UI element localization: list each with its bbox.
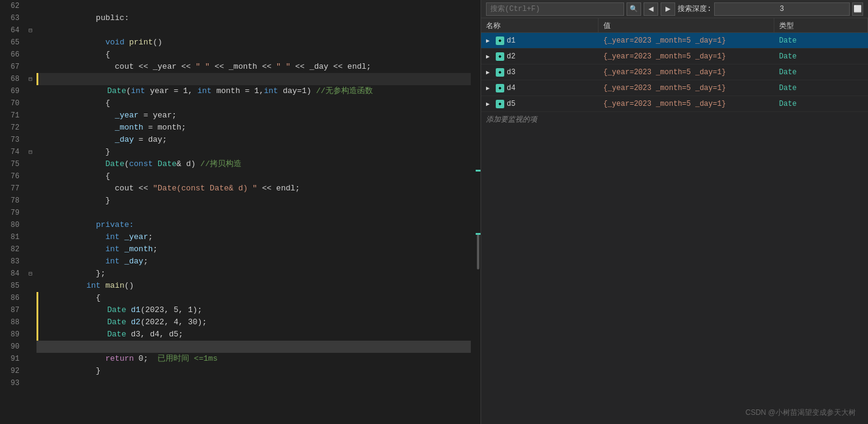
- code-line-66: cout << _year << " " << _month << " " <<…: [36, 49, 471, 61]
- watch-type-icon-d4: ◆: [496, 84, 504, 92]
- code-line-74: Date(const Date& d) //拷贝构造: [36, 146, 471, 158]
- code-line-92: [36, 365, 471, 377]
- code-line-72: _day = day;: [36, 122, 471, 134]
- expand-arrow-d1[interactable]: ▶: [486, 37, 493, 44]
- watch-name-d2: ▶ ◆ d2: [481, 49, 599, 64]
- fold-button[interactable]: ⊟: [29, 149, 32, 156]
- scrollbar-thumb[interactable]: [477, 233, 479, 269]
- col-name-header: 名称: [481, 18, 599, 33]
- watch-type-d1: Date: [774, 33, 868, 48]
- code-line-87: Date d2(2022, 4, 30);: [36, 304, 471, 316]
- watch-type-d5: Date: [774, 96, 868, 111]
- code-line-77: }: [36, 182, 471, 195]
- watch-name-d1: ▶ ◆ d1: [481, 33, 599, 48]
- code-line-67: }: [36, 61, 471, 73]
- minimap-indicator: [476, 233, 481, 235]
- code-line-89: d5 = d4 = d3 = d2 = d1;: [36, 328, 471, 341]
- watch-search-input[interactable]: [486, 2, 624, 16]
- watch-name-d5: ▶ ◆ d5: [481, 96, 599, 111]
- watch-row-d4[interactable]: ▶ ◆ d4 {_year=2023 _month=5 _day=1} Date: [481, 80, 868, 96]
- watch-value-d2: {_year=2023 _month=5 _day=1}: [599, 49, 774, 64]
- code-line-91: }: [36, 353, 471, 365]
- code-line-62: public:: [36, 0, 471, 12]
- fold-button[interactable]: ⊟: [29, 271, 32, 277]
- col-value-header: 值: [599, 18, 774, 33]
- watch-row-d3[interactable]: ▶ ◆ d3 {_year=2023 _month=5 _day=1} Date: [481, 64, 868, 80]
- code-line-85: {: [36, 280, 471, 292]
- watch-type-d4: Date: [774, 80, 868, 96]
- watch-expand-button[interactable]: ⬜: [852, 2, 863, 16]
- watch-value-d4: {_year=2023 _month=5 _day=1}: [599, 80, 774, 96]
- code-line-71: _month = month;: [36, 109, 471, 122]
- search-depth-label: 搜索深度:: [678, 4, 711, 14]
- watch-name-d3: ▶ ◆ d3: [481, 64, 599, 80]
- watch-name-d4: ▶ ◆ d4: [481, 80, 599, 96]
- watch-header: 🔍 ◀ ▶ 搜索深度: ⬜: [481, 0, 868, 18]
- code-line-90: return 0; 已用时间 <=1ms: [36, 341, 471, 353]
- watch-next-button[interactable]: ▶: [661, 2, 675, 16]
- expand-arrow-d3[interactable]: ▶: [486, 69, 493, 76]
- code-line-75: {: [36, 158, 471, 170]
- watch-type-icon-d1: ◆: [496, 36, 504, 45]
- code-line-86: Date d1(2023, 5, 1);: [36, 292, 471, 304]
- code-line-73: }: [36, 134, 471, 146]
- watch-value-d3: {_year=2023 _month=5 _day=1}: [599, 64, 774, 80]
- watch-value-d1: {_year=2023 _month=5 _day=1}: [599, 33, 774, 48]
- watch-type-d2: Date: [774, 49, 868, 64]
- code-line-63: [36, 12, 471, 24]
- code-line-64: void print(): [36, 24, 471, 36]
- code-editor: 62 63 64 65 66 67 68 69 70 71 72 73 74 7…: [0, 0, 481, 424]
- code-line-84: int main(): [36, 268, 471, 280]
- code-line-69: {: [36, 85, 471, 97]
- code-line-65: {: [36, 36, 471, 49]
- fold-button[interactable]: ⊟: [29, 76, 32, 83]
- search-depth-input[interactable]: [714, 2, 850, 16]
- editor-gutter: ⊟ ⊟ ⊟ ⊟: [24, 0, 36, 424]
- add-watch-row[interactable]: 添加要监视的项: [481, 112, 868, 127]
- watch-type-d3: Date: [774, 64, 868, 80]
- watch-table: ▶ ◆ d1 {_year=2023 _month=5 _day=1} Date…: [481, 33, 868, 424]
- code-line-81: int _month;: [36, 231, 471, 243]
- watch-type-icon-d5: ◆: [496, 100, 504, 108]
- code-line-79: private:: [36, 207, 471, 219]
- code-line-80: int _year;: [36, 219, 471, 231]
- watch-row-d5[interactable]: ▶ ◆ d5 {_year=2023 _month=5 _day=1} Date: [481, 96, 868, 112]
- watch-value-d5: {_year=2023 _month=5 _day=1}: [599, 96, 774, 111]
- code-line-78: [36, 195, 471, 207]
- watch-table-header: 名称 值 类型: [481, 18, 868, 33]
- code-line-93: [36, 377, 471, 389]
- line-numbers: 62 63 64 65 66 67 68 69 70 71 72 73 74 7…: [0, 0, 24, 424]
- minimap-indicator: [476, 170, 481, 172]
- watch-type-icon-d2: ◆: [496, 52, 504, 61]
- code-line-76: cout << "Date(const Date& d) " << endl;: [36, 170, 471, 182]
- watch-search-button[interactable]: 🔍: [627, 2, 641, 16]
- fold-button[interactable]: ⊟: [29, 27, 32, 34]
- watch-type-icon-d3: ◆: [496, 68, 504, 77]
- code-line-88: Date d3, d4, d5;: [36, 316, 471, 328]
- code-line-83: };: [36, 255, 471, 268]
- expand-arrow-d4[interactable]: ▶: [486, 85, 493, 92]
- code-line-70: _year = year;: [36, 97, 471, 109]
- expand-arrow-d2[interactable]: ▶: [486, 53, 493, 60]
- scrollbar-track[interactable]: [471, 0, 481, 424]
- col-type-header: 类型: [774, 18, 868, 33]
- watch-panel: 🔍 ◀ ▶ 搜索深度: ⬜ 名称 值 类型 ▶ ◆ d1 {_year=2023…: [481, 0, 868, 424]
- watch-row-d2[interactable]: ▶ ◆ d2 {_year=2023 _month=5 _day=1} Date: [481, 49, 868, 64]
- expand-arrow-d5[interactable]: ▶: [486, 100, 493, 108]
- code-line-68: Date(int year = 1, int month = 1,int day…: [36, 73, 471, 85]
- watch-row-d1[interactable]: ▶ ◆ d1 {_year=2023 _month=5 _day=1} Date: [481, 33, 868, 49]
- watch-prev-button[interactable]: ◀: [644, 2, 658, 16]
- watermark: CSDN @小树苗渴望变成参天大树: [745, 408, 856, 418]
- code-content[interactable]: public: void print() { cout << _year << …: [36, 0, 471, 424]
- code-line-82: int _day;: [36, 243, 471, 255]
